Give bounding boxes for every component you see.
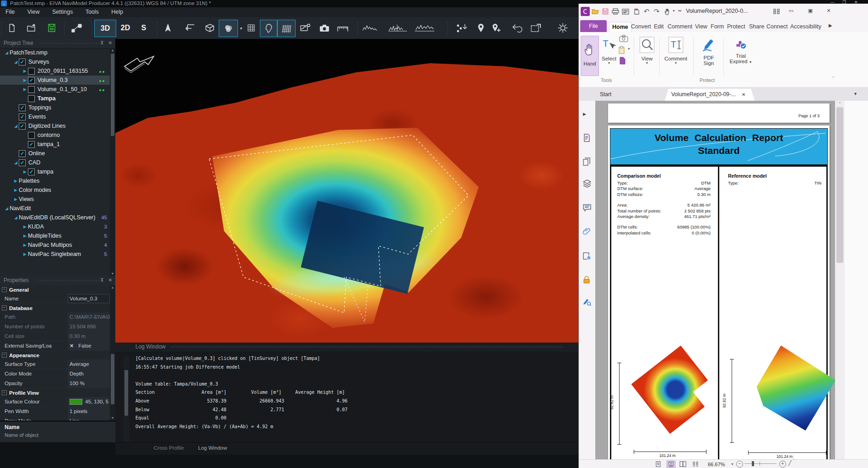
- menu-settings[interactable]: Settings: [47, 7, 78, 15]
- comments-panel-icon[interactable]: [583, 204, 591, 212]
- shaded-view-button[interactable]: [219, 20, 238, 37]
- ribbon-tab-form[interactable]: Form: [708, 22, 727, 31]
- redo-icon[interactable]: ↷: [652, 7, 661, 16]
- north-arrow-icon[interactable]: [161, 20, 175, 36]
- expander-icon[interactable]: ▶: [22, 234, 28, 238]
- clipboard-icon[interactable]: [618, 46, 625, 55]
- pdf-close-button[interactable]: ✕: [825, 7, 833, 15]
- property-section[interactable]: −General: [0, 285, 110, 294]
- expander-icon[interactable]: ▶: [13, 179, 19, 183]
- tab-cross-profile[interactable]: Cross Profile: [147, 443, 190, 451]
- ribbon-tab-accessibility[interactable]: Accessibility: [787, 22, 824, 31]
- expander-icon[interactable]: ▶: [13, 197, 19, 201]
- checkbox[interactable]: [28, 68, 35, 75]
- tree-row[interactable]: ▶ tampa: [0, 167, 110, 176]
- property-section[interactable]: −Database: [0, 304, 110, 312]
- expander-icon[interactable]: ▶: [22, 243, 28, 247]
- expander-icon[interactable]: ◢: [13, 215, 19, 220]
- tree-row[interactable]: ▶ KUDA 3: [0, 222, 110, 231]
- property-row[interactable]: Surface Colour45, 130, 5: [0, 397, 110, 407]
- open-icon[interactable]: [591, 7, 600, 16]
- property-row[interactable]: PathC:\MAR\7-EIVA\05_T: [0, 312, 110, 322]
- singlebeam-profile-icon[interactable]: [360, 20, 383, 36]
- menu-file[interactable]: File: [0, 7, 20, 15]
- expander-icon[interactable]: ▶: [22, 78, 28, 82]
- expander-icon[interactable]: ◢: [13, 160, 19, 165]
- checkbox[interactable]: [28, 141, 35, 148]
- layers-panel-icon[interactable]: [583, 180, 591, 188]
- purple-doc-icon[interactable]: [619, 57, 625, 66]
- security-lock-icon[interactable]: [583, 276, 591, 284]
- email-icon[interactable]: [621, 7, 630, 16]
- checkbox[interactable]: [19, 114, 26, 120]
- tree-row[interactable]: ▶ Volume_0.3: [0, 76, 110, 85]
- view-zoom-button[interactable]: View ▼: [636, 36, 658, 65]
- grid-icon[interactable]: [243, 20, 259, 36]
- expander-icon[interactable]: ▶: [22, 69, 28, 73]
- tab-log-window[interactable]: Log Window: [192, 443, 233, 451]
- tree-row[interactable]: ◢ Digitized Lines: [0, 121, 110, 131]
- pdf-sign-button[interactable]: PDFSign: [697, 36, 721, 66]
- view-s-button[interactable]: S: [136, 20, 151, 36]
- zoom-level-value[interactable]: 66.67%: [708, 462, 725, 467]
- property-section[interactable]: −Profile View: [0, 388, 110, 397]
- trial-expired-button[interactable]: TrialExpired ▼: [728, 36, 754, 64]
- zoom-slider-handle[interactable]: [752, 461, 754, 466]
- shaded-view-caret[interactable]: ▼: [239, 27, 243, 31]
- pages-panel-icon[interactable]: [583, 158, 591, 166]
- close-panel-icon[interactable]: ✕: [107, 277, 113, 283]
- checkbox[interactable]: [19, 104, 26, 111]
- hand-tool-caret[interactable]: ▼: [672, 9, 675, 12]
- restore-tabs-icon[interactable]: [772, 7, 781, 16]
- save-icon[interactable]: [601, 7, 610, 16]
- qat-customize-icon[interactable]: ≂: [678, 8, 682, 14]
- tree-row[interactable]: Events: [0, 112, 110, 121]
- selection-box-icon[interactable]: [527, 20, 545, 36]
- tree-row[interactable]: ▶ MultipleTides 5: [0, 231, 110, 240]
- ribbon-tab-edit[interactable]: Edit: [651, 22, 667, 31]
- menu-help[interactable]: Help: [106, 7, 129, 15]
- geodetic-globe-icon[interactable]: [260, 20, 277, 37]
- continuous-view-icon[interactable]: [667, 461, 675, 468]
- add-waypoint-pin-icon[interactable]: [489, 20, 504, 36]
- expander-icon[interactable]: ▶: [13, 188, 19, 192]
- select-tool-button[interactable]: T Select ▼: [600, 36, 618, 65]
- snapshot-icon[interactable]: [619, 35, 628, 44]
- pin-icon[interactable]: ⊼: [99, 277, 105, 283]
- properties-scrollbar[interactable]: ▲ ▼: [110, 285, 115, 420]
- ribbon-tab-comment[interactable]: Comment: [665, 22, 695, 31]
- view-2d-button[interactable]: 2D: [116, 20, 135, 36]
- pdf-minimize-button[interactable]: ▭: [787, 7, 795, 15]
- tree-row[interactable]: ▶ NaviPac Singlebeam 5: [0, 250, 110, 259]
- expander-icon[interactable]: ◢: [4, 206, 10, 211]
- tab-overflow-caret[interactable]: ▼: [853, 92, 857, 96]
- zoom-in-button[interactable]: +: [779, 461, 786, 468]
- ribbon-tab-file[interactable]: File: [580, 20, 607, 32]
- property-section[interactable]: −Appearance: [0, 351, 110, 359]
- ribbon-tab-convert[interactable]: Convert: [628, 22, 654, 31]
- property-row[interactable]: Pen Width1 pixels: [0, 407, 110, 416]
- scatter-profile-icon[interactable]: [412, 20, 437, 36]
- tree-row[interactable]: ◢ NaviEdit: [0, 204, 110, 213]
- route-icon[interactable]: [452, 20, 472, 36]
- tree-row[interactable]: ▶ 2020_0911_163155: [0, 66, 110, 76]
- expander-icon[interactable]: ◢: [13, 60, 19, 64]
- checkbox[interactable]: [28, 132, 35, 139]
- document-area[interactable]: Page 1 of 3 Volume Calculation Report St…: [595, 101, 835, 463]
- property-row[interactable]: Draw ModeLine: [0, 416, 110, 420]
- hand-tool-button[interactable]: Hand: [581, 36, 599, 76]
- ribbon-tab-connect[interactable]: Connect: [764, 22, 791, 31]
- expander-icon[interactable]: ▶: [22, 224, 28, 229]
- tree-row[interactable]: ◢ NaviEditDB (LocalSQLServer) 45: [0, 213, 110, 222]
- menu-view[interactable]: View: [22, 7, 45, 15]
- waypoint-pin-icon[interactable]: [474, 20, 488, 36]
- expander-icon[interactable]: ▶: [22, 87, 28, 92]
- pdf-maximize-button[interactable]: ▣: [806, 7, 814, 15]
- undo-icon[interactable]: [509, 20, 525, 36]
- checkbox[interactable]: [28, 86, 35, 93]
- property-row[interactable]: NameVolume_0.3: [0, 294, 110, 304]
- document-scrollbar[interactable]: ⌃ ⌄: [835, 101, 845, 463]
- checkbox[interactable]: [28, 77, 35, 84]
- tree-row[interactable]: ◢ PatchTest.nmp: [0, 48, 110, 57]
- expander-icon[interactable]: ▶: [22, 252, 28, 256]
